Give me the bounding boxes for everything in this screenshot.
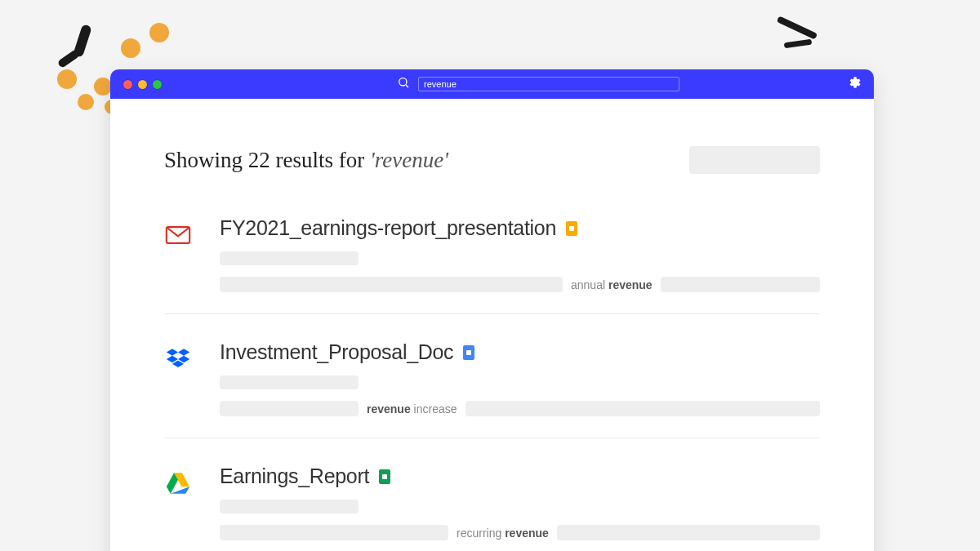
dropbox-icon bbox=[164, 340, 197, 416]
sheet-file-icon bbox=[379, 469, 390, 484]
minimize-window-icon[interactable] bbox=[138, 80, 147, 89]
slides-file-icon bbox=[566, 221, 577, 236]
settings-button[interactable] bbox=[846, 75, 861, 93]
svg-point-0 bbox=[399, 78, 407, 86]
accent-stroke bbox=[784, 39, 813, 49]
gmail-icon bbox=[164, 216, 197, 292]
snippet-match: recurring revenue bbox=[457, 527, 549, 540]
maximize-window-icon[interactable] bbox=[153, 80, 162, 89]
google-drive-icon bbox=[164, 464, 197, 540]
snippet-placeholder bbox=[557, 525, 820, 540]
titlebar bbox=[110, 69, 874, 99]
svg-line-1 bbox=[406, 85, 408, 87]
result-title: Earnings_Report bbox=[220, 464, 369, 488]
metadata-placeholder bbox=[220, 500, 359, 513]
confetti-dot bbox=[121, 38, 140, 58]
svg-marker-4 bbox=[178, 349, 189, 356]
svg-marker-3 bbox=[167, 349, 178, 356]
confetti-dot bbox=[78, 94, 94, 110]
accent-stroke bbox=[777, 16, 818, 39]
result-title: Investment_Proposal_Doc bbox=[220, 340, 453, 364]
confetti-dot bbox=[149, 23, 169, 42]
search-bar bbox=[397, 76, 679, 92]
snippet-placeholder bbox=[661, 277, 820, 292]
search-icon bbox=[397, 76, 410, 92]
metadata-placeholder bbox=[220, 251, 359, 265]
confetti-dot bbox=[94, 78, 112, 96]
search-input[interactable] bbox=[418, 77, 679, 91]
doc-file-icon bbox=[463, 345, 474, 360]
filter-placeholder[interactable] bbox=[689, 146, 820, 174]
window-controls bbox=[123, 80, 162, 89]
search-result[interactable]: Investment_Proposal_Doc revenue increase bbox=[164, 332, 820, 438]
snippet-placeholder bbox=[220, 277, 563, 292]
snippet-match: revenue increase bbox=[367, 402, 457, 415]
app-window: Showing 22 results for 'revenue' FY2021_… bbox=[110, 69, 874, 551]
search-result[interactable]: FY2021_earnings-report_presentation annu… bbox=[164, 208, 820, 314]
metadata-placeholder bbox=[220, 375, 359, 389]
results-area: Showing 22 results for 'revenue' FY2021_… bbox=[110, 99, 874, 551]
result-title: FY2021_earnings-report_presentation bbox=[220, 216, 556, 240]
snippet-placeholder bbox=[220, 525, 448, 540]
snippet-placeholder bbox=[466, 401, 820, 416]
snippet-placeholder bbox=[220, 401, 359, 416]
results-heading: Showing 22 results for 'revenue' bbox=[164, 148, 448, 173]
search-result[interactable]: Earnings_Report recurring revenue bbox=[164, 456, 820, 551]
accent-stroke bbox=[57, 49, 81, 69]
close-window-icon[interactable] bbox=[123, 80, 132, 89]
confetti-dot bbox=[57, 69, 77, 89]
snippet-match: annual revenue bbox=[571, 278, 653, 291]
